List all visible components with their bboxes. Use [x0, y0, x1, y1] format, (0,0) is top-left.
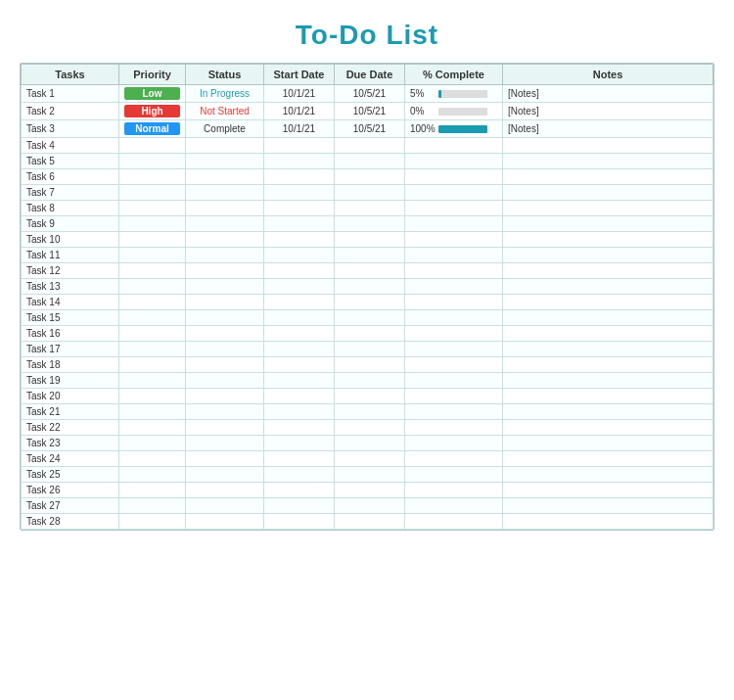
- task-name-cell: Task 24: [22, 451, 119, 467]
- progress-bar-inner: [438, 125, 487, 133]
- start-date-cell: [264, 514, 335, 530]
- due-date-cell: [335, 232, 405, 248]
- task-name-cell: Task 13: [22, 279, 119, 295]
- table-row: Task 12: [22, 263, 713, 279]
- due-date-cell: [335, 467, 405, 483]
- priority-cell: [119, 389, 186, 404]
- notes-cell: [503, 467, 713, 483]
- start-date-cell: 10/1/21: [264, 120, 335, 138]
- task-name-cell: Task 7: [22, 185, 119, 201]
- complete-cell: [405, 279, 503, 295]
- complete-cell: [405, 326, 503, 342]
- start-date-cell: [264, 373, 335, 389]
- notes-cell: [503, 326, 713, 342]
- table-header-row: Tasks Priority Status Start Date Due Dat…: [22, 65, 713, 85]
- table-row: Task 7: [22, 185, 713, 201]
- task-name-cell: Task 28: [22, 514, 119, 530]
- start-date-cell: [264, 310, 335, 326]
- task-name-cell: Task 22: [22, 420, 119, 436]
- due-date-cell: [335, 357, 405, 373]
- status-cell: Complete: [186, 120, 264, 138]
- due-date-cell: [335, 201, 405, 216]
- priority-cell: [119, 185, 186, 201]
- notes-cell: [503, 420, 713, 436]
- notes-cell: [503, 295, 713, 310]
- complete-cell: 100%: [405, 120, 503, 138]
- due-date-cell: [335, 436, 405, 451]
- complete-cell: [405, 342, 503, 357]
- task-name-cell: Task 9: [22, 216, 119, 232]
- due-date-cell: [335, 169, 405, 185]
- due-date-cell: [335, 451, 405, 467]
- notes-cell: [503, 373, 713, 389]
- status-cell: [186, 154, 264, 169]
- notes-cell: [503, 357, 713, 373]
- start-date-cell: [264, 295, 335, 310]
- notes-cell: [503, 232, 713, 248]
- todo-table: Tasks Priority Status Start Date Due Dat…: [21, 64, 713, 530]
- complete-cell: [405, 138, 503, 154]
- col-header-tasks: Tasks: [22, 65, 119, 85]
- table-row: Task 21: [22, 404, 713, 420]
- table-row: Task 19: [22, 373, 713, 389]
- table-row: Task 8: [22, 201, 713, 216]
- status-cell: [186, 436, 264, 451]
- table-row: Task 25: [22, 467, 713, 483]
- table-row: Task 11: [22, 248, 713, 263]
- task-name-cell: Task 1: [22, 85, 119, 103]
- priority-cell: [119, 342, 186, 357]
- col-header-status: Status: [186, 65, 264, 85]
- task-name-cell: Task 27: [22, 498, 119, 514]
- complete-cell: [405, 483, 503, 498]
- table-row: Task 15: [22, 310, 713, 326]
- priority-cell: [119, 451, 186, 467]
- priority-cell: [119, 201, 186, 216]
- start-date-cell: [264, 436, 335, 451]
- task-name-cell: Task 14: [22, 295, 119, 310]
- table-row: Task 17: [22, 342, 713, 357]
- status-cell: [186, 295, 264, 310]
- task-name-cell: Task 21: [22, 404, 119, 420]
- task-name-cell: Task 26: [22, 483, 119, 498]
- table-row: Task 5: [22, 154, 713, 169]
- table-row: Task 18: [22, 357, 713, 373]
- table-row: Task 22: [22, 420, 713, 436]
- notes-cell: [503, 248, 713, 263]
- priority-cell: [119, 232, 186, 248]
- notes-cell: [503, 138, 713, 154]
- progress-bar-inner: [438, 90, 441, 98]
- table-body: Task 1LowIn Progress10/1/2110/5/215%[Not…: [22, 85, 713, 530]
- complete-cell: [405, 295, 503, 310]
- notes-cell: [503, 279, 713, 295]
- complete-cell: [405, 248, 503, 263]
- priority-cell: [119, 357, 186, 373]
- start-date-cell: [264, 451, 335, 467]
- page-container: To-Do List Tasks Priority Status Start D…: [0, 0, 734, 700]
- priority-cell: [119, 467, 186, 483]
- priority-cell: [119, 514, 186, 530]
- status-cell: In Progress: [186, 85, 264, 103]
- complete-cell: [405, 436, 503, 451]
- due-date-cell: [335, 263, 405, 279]
- due-date-cell: [335, 185, 405, 201]
- table-row: Task 23: [22, 436, 713, 451]
- priority-cell: [119, 498, 186, 514]
- status-cell: [186, 342, 264, 357]
- due-date-cell: [335, 483, 405, 498]
- task-name-cell: Task 19: [22, 373, 119, 389]
- task-name-cell: Task 4: [22, 138, 119, 154]
- priority-cell: [119, 295, 186, 310]
- todo-table-wrapper: Tasks Priority Status Start Date Due Dat…: [20, 63, 714, 531]
- start-date-cell: 10/1/21: [264, 85, 335, 103]
- notes-cell: [503, 201, 713, 216]
- priority-cell: [119, 310, 186, 326]
- table-row: Task 10: [22, 232, 713, 248]
- status-cell: [186, 138, 264, 154]
- due-date-cell: [335, 498, 405, 514]
- complete-cell: [405, 310, 503, 326]
- table-row: Task 1LowIn Progress10/1/2110/5/215%[Not…: [22, 85, 713, 103]
- complete-cell: [405, 169, 503, 185]
- complete-cell: [405, 420, 503, 436]
- priority-cell: [119, 263, 186, 279]
- due-date-cell: [335, 342, 405, 357]
